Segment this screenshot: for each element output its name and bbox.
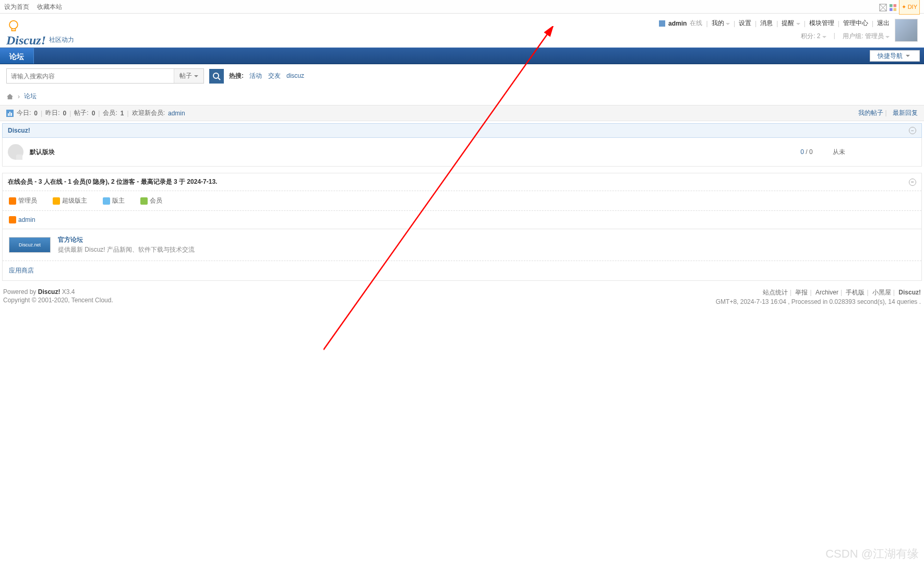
diy-button[interactable]: ✦ DIY: [899, 0, 920, 15]
my-posts-link[interactable]: 我的帖子: [858, 109, 883, 116]
quick-nav-button[interactable]: 快捷导航: [870, 50, 920, 62]
search-input[interactable]: [7, 69, 174, 83]
official-forum-link[interactable]: 官方论坛: [58, 236, 83, 243]
search-button[interactable]: [209, 69, 224, 84]
points-value: 2: [817, 32, 821, 40]
legend-member: 会员: [150, 196, 162, 205]
members-value: 1: [121, 110, 124, 117]
official-forum-badge[interactable]: Discuz.net: [9, 237, 51, 253]
crumb-forum[interactable]: 论坛: [24, 92, 37, 101]
supermod-badge-icon: [53, 197, 60, 205]
yesterday-value: 0: [63, 110, 67, 117]
main-nav: 论坛 快捷导航: [0, 48, 924, 64]
forum-posts: 0: [809, 148, 813, 156]
messages-link[interactable]: 消息: [760, 19, 773, 28]
svg-point-5: [9, 21, 18, 29]
friend-links-block: Discuz.net 官方论坛 提供最新 Discuz! 产品新闻、软件下载与技…: [2, 229, 922, 281]
footer-link-discuz[interactable]: Discuz!: [898, 289, 921, 296]
module-mgmt-link[interactable]: 模块管理: [809, 19, 834, 28]
legend-admin: 管理员: [18, 196, 37, 205]
toolbar-icon-1[interactable]: [879, 3, 887, 10]
chart-icon: [6, 110, 14, 117]
forum-icon: [8, 144, 23, 160]
user-status: 在线: [690, 19, 702, 28]
footer-link-report[interactable]: 举报: [795, 289, 808, 296]
logo-main: Discuz!: [6, 33, 46, 48]
legend-supermod: 超级版主: [62, 196, 87, 205]
powered-by: Powered by: [3, 288, 36, 296]
footer-time: GMT+8, 2024-7-13 16:04 , Processed in 0.…: [716, 298, 921, 305]
svg-point-6: [213, 73, 219, 78]
group-value: 管理员: [865, 32, 884, 40]
yesterday-label: 昨日:: [45, 109, 59, 117]
admin-badge-icon: [9, 216, 16, 223]
category-name-link[interactable]: Discuz!: [8, 127, 30, 134]
today-label: 今日:: [17, 109, 31, 117]
hot-link-1[interactable]: 活动: [249, 72, 262, 79]
forum-threads: 0: [800, 148, 804, 156]
mine-link[interactable]: 我的: [712, 19, 730, 28]
username-link[interactable]: admin: [668, 20, 687, 27]
header: Discuz! 社区动力 admin 在线 | 我的 | 设置 | 消息 | 提…: [0, 14, 924, 48]
search-type-select[interactable]: 帖子: [174, 69, 203, 83]
forum-lastpost: 从未: [833, 148, 916, 157]
welcome-label: 欢迎新会员:: [132, 109, 165, 117]
posts-label: 帖子:: [74, 109, 88, 117]
footer: Powered by Discuz! X3.4 Copyright © 2001…: [0, 281, 924, 314]
logo-sub: 社区动力: [49, 36, 74, 44]
legend-mod: 版主: [112, 196, 125, 205]
user-icon: [659, 20, 665, 27]
svg-rect-3: [890, 8, 893, 11]
avatar[interactable]: [895, 19, 918, 42]
footer-link-mobile[interactable]: 手机版: [846, 289, 865, 296]
logout-link[interactable]: 退出: [877, 19, 890, 28]
collapse-icon[interactable]: −: [909, 179, 916, 186]
copyright: Copyright © 2001-2020, Tencent Cloud.: [3, 297, 113, 304]
logo[interactable]: Discuz! 社区动力: [6, 19, 74, 48]
toolbar-icon-2[interactable]: [889, 3, 897, 10]
collapse-icon[interactable]: −: [909, 127, 916, 134]
footer-link-archiver[interactable]: Archiver: [815, 289, 838, 296]
footer-brand: Discuz!: [38, 288, 61, 296]
online-block: 在线会员 - 3 人在线 - 1 会员(0 隐身), 2 位游客 - 最高记录是…: [2, 173, 922, 229]
welcome-user-link[interactable]: admin: [168, 110, 185, 117]
bulb-icon: [6, 19, 21, 33]
footer-version: X3.4: [62, 288, 75, 296]
user-panel: admin 在线 | 我的 | 设置 | 消息 | 提醒 | 模块管理 | 管理…: [659, 19, 890, 41]
members-label: 会员:: [103, 109, 117, 117]
settings-link[interactable]: 设置: [739, 19, 751, 28]
search-bar: 帖子 热搜: 活动 交友 discuz: [0, 64, 924, 88]
svg-rect-4: [893, 8, 896, 11]
footer-link-blacklist[interactable]: 小黑屋: [872, 289, 891, 296]
points-label: 积分:: [801, 32, 815, 40]
online-header-text: 在线会员 - 3 人在线 - 1 会员(0 隐身), 2 位游客 - 最高记录是…: [8, 178, 217, 186]
breadcrumb: › 论坛: [0, 88, 924, 105]
online-user-link[interactable]: admin: [18, 216, 35, 223]
hot-link-3[interactable]: discuz: [286, 72, 304, 79]
hot-link-2[interactable]: 交友: [268, 72, 281, 79]
footer-link-stats[interactable]: 站点统计: [763, 289, 788, 296]
forum-row: 默认版块 0 / 0 从未: [2, 138, 922, 167]
magnify-icon: [212, 72, 221, 80]
category-header: Discuz! −: [2, 123, 922, 138]
top-bar: 设为首页 收藏本站 ✦ DIY: [0, 0, 924, 14]
admin-badge-icon: [9, 197, 16, 205]
member-badge-icon: [140, 197, 148, 205]
mod-badge-icon: [103, 197, 110, 205]
reminders-link[interactable]: 提醒: [782, 19, 800, 28]
posts-value: 0: [92, 110, 95, 117]
today-value: 0: [34, 110, 38, 117]
app-store-link[interactable]: 应用商店: [9, 267, 34, 274]
latest-replies-link[interactable]: 最新回复: [893, 109, 918, 116]
svg-rect-1: [890, 4, 893, 7]
favorite-link[interactable]: 收藏本站: [37, 3, 62, 10]
admin-center-link[interactable]: 管理中心: [843, 19, 868, 28]
nav-tab-forum[interactable]: 论坛: [0, 48, 34, 64]
official-forum-desc: 提供最新 Discuz! 产品新闻、软件下载与技术交流: [58, 245, 195, 254]
home-icon[interactable]: [6, 93, 14, 100]
set-home-link[interactable]: 设为首页: [4, 3, 29, 10]
forum-name-link[interactable]: 默认版块: [30, 148, 781, 157]
hot-search-label: 热搜:: [229, 72, 244, 79]
svg-rect-2: [893, 4, 896, 7]
stats-bar: 今日: 0 | 昨日: 0 | 帖子: 0 | 会员: 1 | 欢迎新会员: a…: [0, 105, 924, 121]
